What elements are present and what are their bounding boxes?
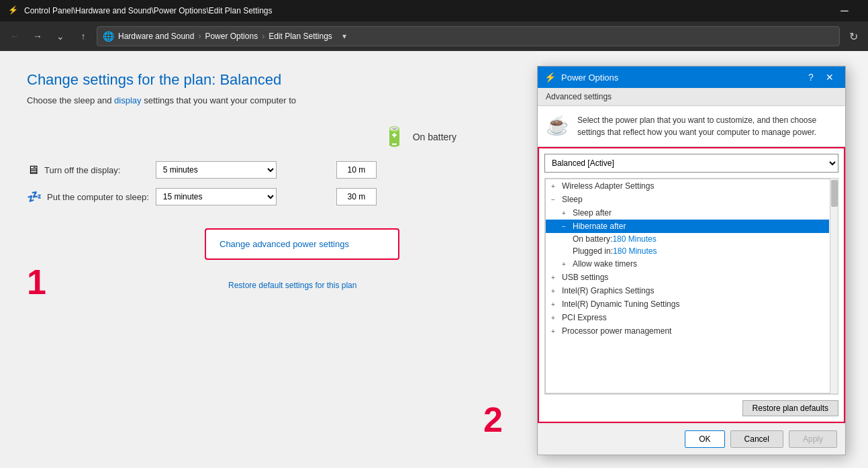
display-icon: 🖥 [27, 163, 39, 177]
tree-item[interactable]: On battery: 180 Minutes [546, 233, 829, 245]
tree-expand-icon: − [562, 223, 570, 230]
tree-item-label: PCI Express [562, 313, 607, 322]
tree-value-link[interactable]: 180 Minutes [613, 246, 657, 256]
tree-item[interactable]: +Processor power management [546, 324, 829, 338]
battery-section: 🔋 On battery [27, 126, 456, 148]
minimize-button[interactable]: ─ [829, 0, 860, 21]
page-subtitle: Choose the sleep and display settings th… [27, 95, 510, 105]
address-bar: ← → ⌄ ↑ 🌐 Hardware and Sound › Power Opt… [0, 21, 868, 51]
display-label: Turn off the display: [44, 165, 120, 175]
dialog-title-text: Power Options [561, 73, 802, 83]
breadcrumb-part1: Hardware and Sound [118, 32, 194, 41]
sleep-label: Put the computer to sleep: [47, 192, 149, 202]
subtitle-highlight: display [114, 95, 141, 105]
tree-value-label: On battery: [573, 234, 612, 244]
recent-button[interactable]: ⌄ [51, 27, 70, 46]
title-bar: ⚡ Control Panel\Hardware and Sound\Power… [0, 0, 868, 21]
tree-expand-icon: + [551, 328, 559, 335]
dialog-close-button[interactable]: ✕ [821, 71, 838, 84]
tree-item[interactable]: Plugged in: 180 Minutes [546, 245, 829, 257]
dialog-title-bar: ⚡ Power Options ? ✕ [538, 66, 845, 88]
tree-item[interactable]: +Intel(R) Dynamic Tuning Settings [546, 297, 829, 311]
annotation-2: 2 [483, 400, 503, 440]
forward-button[interactable]: → [28, 27, 47, 46]
scrollbar-thumb[interactable] [831, 180, 838, 207]
tree-expand-icon: + [551, 301, 559, 308]
restore-link[interactable]: Restore default settings for this plan [228, 281, 356, 290]
tree-wrapper: +Wireless Adapter Settings−Sleep+Sleep a… [544, 178, 838, 394]
tree-value-link[interactable]: 180 Minutes [612, 234, 656, 244]
tree-expand-icon: + [551, 183, 559, 190]
tree-expand-icon: + [562, 209, 570, 217]
app-icon: ⚡ [8, 5, 19, 16]
ok-button[interactable]: OK [685, 430, 724, 448]
tree-expand-icon: + [551, 314, 559, 322]
dialog-intro: ☕ Select the power plan that you want to… [538, 106, 845, 147]
tree-expand-icon: + [562, 261, 570, 268]
window-controls: ─ [829, 0, 860, 21]
tree-item[interactable]: +Intel(R) Graphics Settings [546, 284, 829, 297]
sleep-dropdown[interactable]: 15 minutes [156, 188, 277, 205]
tree-expand-icon: + [551, 274, 559, 281]
on-battery-label: On battery [413, 132, 456, 142]
address-dropdown-button[interactable]: ▾ [336, 27, 352, 46]
dialog-section-header: Advanced settings [538, 88, 845, 106]
change-power-link-box: Change advanced power settings [205, 228, 399, 260]
dialog-intro-icon: ☕ [546, 114, 569, 136]
tree-item[interactable]: −Sleep [546, 193, 829, 206]
up-button[interactable]: ↑ [74, 27, 93, 46]
tree-item[interactable]: +USB settings [546, 271, 829, 284]
tree-value-label: Plugged in: [573, 246, 613, 256]
tree-item-label: Hibernate after [573, 222, 626, 231]
apply-button[interactable]: Apply [789, 430, 837, 448]
dialog-plan-dropdown[interactable]: Balanced [Active] [544, 154, 838, 173]
tree-item[interactable]: +Wireless Adapter Settings [546, 179, 829, 193]
sleep-icon: 💤 [27, 189, 42, 204]
window-title: Control Panel\Hardware and Sound\Power O… [24, 6, 829, 15]
tree-expand-icon: − [551, 196, 559, 203]
settings-grid: 🖥 Turn off the display: 5 minutes 💤 Put … [27, 161, 510, 205]
display-dropdown[interactable]: 5 minutes [156, 161, 277, 179]
back-button[interactable]: ← [5, 27, 24, 46]
restore-defaults-section: Restore plan defaults [544, 394, 838, 416]
power-options-dialog: ⚡ Power Options ? ✕ Advanced settings ☕ … [537, 66, 846, 455]
cancel-button[interactable]: Cancel [730, 430, 783, 448]
dialog-help-button[interactable]: ? [802, 71, 820, 84]
tree-item[interactable]: +PCI Express [546, 311, 829, 324]
dialog-plan-section: Balanced [Active] +Wireless Adapter Sett… [538, 147, 845, 423]
breadcrumb-part2: Power Options [205, 32, 258, 41]
sleep-setting-row: 💤 Put the computer to sleep: [27, 189, 149, 204]
dialog-intro-text: Select the power plan that you want to c… [577, 114, 837, 138]
settings-tree: +Wireless Adapter Settings−Sleep+Sleep a… [545, 179, 838, 393]
tree-item-label: USB settings [562, 273, 608, 282]
tree-item-label: Allow wake timers [573, 259, 637, 269]
address-icon: 🌐 [103, 31, 114, 42]
tree-item[interactable]: −Hibernate after [546, 220, 829, 233]
tree-item-label: Sleep [562, 195, 583, 204]
restore-plan-defaults-button[interactable]: Restore plan defaults [742, 400, 838, 416]
refresh-button[interactable]: ↻ [844, 27, 863, 46]
tree-item-label: Wireless Adapter Settings [562, 181, 654, 191]
dialog-title-icon: ⚡ [544, 72, 556, 83]
dialog-footer-buttons: OK Cancel Apply [538, 423, 845, 455]
sleep-plugged-value[interactable] [336, 188, 377, 205]
display-setting-row: 🖥 Turn off the display: [27, 163, 149, 177]
tree-item[interactable]: +Allow wake timers [546, 257, 829, 271]
tree-item-label: Intel(R) Graphics Settings [562, 286, 654, 295]
dialog-title-controls: ? ✕ [802, 71, 838, 84]
breadcrumb-part3: Edit Plan Settings [269, 32, 332, 41]
address-box[interactable]: 🌐 Hardware and Sound › Power Options › E… [97, 26, 840, 46]
page-title: Change settings for the plan: Balanced [27, 71, 510, 89]
tree-item[interactable]: +Sleep after [546, 206, 829, 220]
tree-item-label: Processor power management [562, 326, 671, 336]
tree-item-label: Intel(R) Dynamic Tuning Settings [562, 299, 679, 309]
tree-item-label: Sleep after [573, 208, 612, 218]
tree-expand-icon: + [551, 287, 559, 295]
change-advanced-power-link[interactable]: Change advanced power settings [220, 239, 349, 249]
display-plugged-value[interactable] [336, 161, 377, 179]
annotation-1: 1 [27, 262, 46, 302]
battery-icon: 🔋 [383, 126, 406, 148]
scrollbar[interactable] [830, 179, 838, 393]
